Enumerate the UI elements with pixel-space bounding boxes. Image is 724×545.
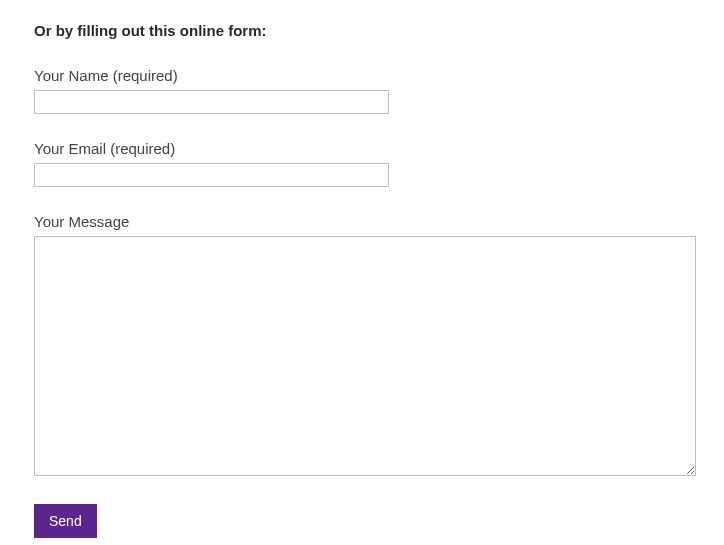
message-label: Your Message xyxy=(34,213,690,230)
name-label: Your Name (required) xyxy=(34,67,690,84)
name-field-group: Your Name (required) xyxy=(34,67,690,114)
name-input[interactable] xyxy=(34,90,389,114)
message-input[interactable] xyxy=(34,236,696,476)
email-field-group: Your Email (required) xyxy=(34,140,690,187)
email-input[interactable] xyxy=(34,163,389,187)
contact-form: Or by filling out this online form: Your… xyxy=(34,22,690,538)
message-field-group: Your Message xyxy=(34,213,690,480)
email-label: Your Email (required) xyxy=(34,140,690,157)
send-button[interactable]: Send xyxy=(34,504,97,538)
form-heading: Or by filling out this online form: xyxy=(34,22,690,39)
